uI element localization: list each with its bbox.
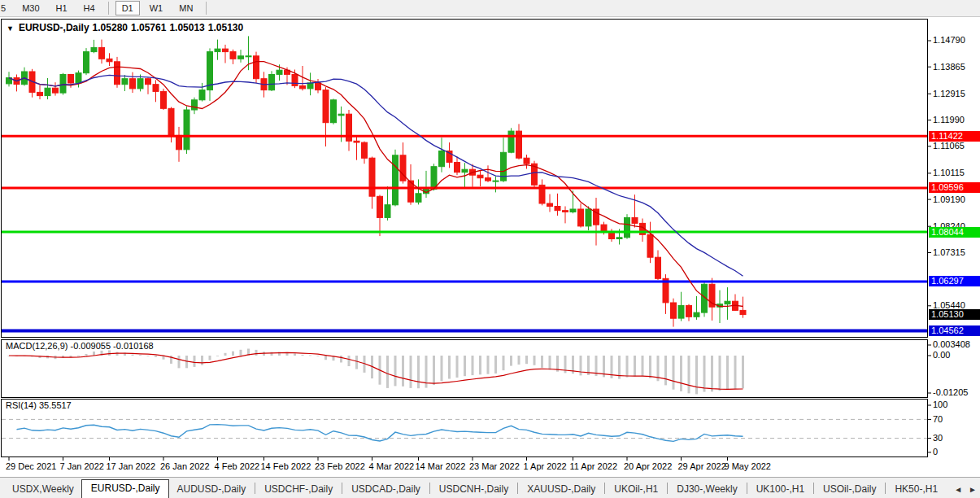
date-axis-label: 23 Mar 2022 [469, 461, 520, 472]
chart-tab-usdx-weekly[interactable]: USDX,Weekly [5, 482, 81, 496]
macd-name: MACD(12,26,9) [6, 341, 68, 351]
chart-high-value: 1.05761 [131, 22, 166, 33]
tab-separator [813, 483, 814, 494]
date-axis-label: 17 Jan 2022 [107, 461, 156, 472]
price-level-badge: 1.06297 [929, 276, 980, 286]
tab-separator [885, 483, 886, 494]
rsi-axis-tick-label: 30 [933, 433, 943, 443]
chart-tab-dj30-weekly[interactable]: DJ30-,Weekly [669, 482, 744, 496]
tab-separator [604, 483, 605, 494]
date-axis-label: 26 Jan 2022 [160, 461, 210, 472]
macd-axis-tick-label: -0.01205 [933, 387, 968, 398]
date-axis-label: 14 Mar 2022 [416, 461, 466, 472]
chart-tab-hk50-h1[interactable]: HK50-,H1 [887, 482, 945, 496]
price-level-badge: 1.11422 [929, 131, 980, 142]
price-level-badge: 1.08044 [929, 227, 980, 238]
rsi-value: 35.5517 [39, 400, 72, 410]
tab-separator [517, 483, 518, 494]
tab-separator [747, 483, 747, 494]
chart-tab-usdcnh-daily[interactable]: USDCNH-,Daily [432, 482, 516, 496]
tab-separator [342, 483, 342, 494]
date-axis-label: 23 Feb 2022 [315, 461, 365, 472]
rsi-axis-tick-label: 70 [933, 414, 943, 425]
rsi-axis-tick-label: 0 [933, 447, 938, 457]
chart-tab-bar: USDX,WeeklyEURUSD-,DailyAUDUSD-,DailyUSD… [0, 477, 980, 498]
rsi-indicator-label: RSI(14) 35.5517 [6, 400, 72, 410]
price-axis-tick-label: 1.09190 [933, 194, 965, 205]
tab-separator [429, 483, 430, 494]
date-axis-label: 29 Dec 2021 [6, 461, 56, 472]
rsi-axis-tick-label: 100 [933, 400, 947, 410]
chart-tab-usoil-daily[interactable]: USOil-,Daily [816, 482, 883, 496]
date-axis-label: 7 Jan 2022 [60, 461, 104, 472]
trading-terminal-window: 5M30H1H4D1W1MN ▼EURUSD-,Daily1.052801.05… [0, 0, 980, 498]
price-level-badge: 1.04562 [929, 325, 980, 336]
price-axis-tick-label: 1.11065 [933, 141, 965, 151]
chart-tab-usdchf-daily[interactable]: USDCHF-,Daily [257, 482, 340, 496]
price-axis-tick-label: 1.07315 [933, 247, 965, 258]
current-price-badge: 1.05130 [929, 309, 980, 320]
tab-scroll-left-button[interactable]: ◄ [954, 485, 962, 494]
chart-tab-eurusd-daily[interactable]: EURUSD-,Daily [81, 479, 170, 498]
price-axis-tick-label: 1.12915 [933, 89, 965, 99]
chart-close-value: 1.05130 [208, 22, 243, 33]
date-axis-label: 20 Apr 2022 [624, 461, 672, 472]
macd-indicator-label: MACD(12,26,9) -0.009055 -0.010168 [6, 341, 154, 351]
macd-axis-tick-label: 0.003408 [933, 339, 970, 350]
price-axis-tick-label: 1.14790 [933, 35, 965, 46]
date-axis-label: 1 Apr 2022 [524, 461, 567, 472]
date-axis-label: 29 Apr 2022 [678, 461, 726, 472]
price-axis-tick-label: 1.11990 [933, 115, 965, 125]
date-axis-label: 14 Feb 2022 [261, 461, 311, 472]
chart-symbol-label: EURUSD-,Daily [19, 22, 89, 33]
symbol-dropdown-icon[interactable]: ▼ [7, 24, 14, 33]
chart-low-value: 1.05013 [169, 22, 204, 33]
price-chart-pane[interactable] [2, 19, 927, 338]
chart-open-value: 1.05280 [93, 22, 128, 33]
price-axis-tick-label: 1.10115 [933, 168, 965, 178]
chart-tab-xauusd-daily[interactable]: XAUUSD-,Daily [520, 482, 603, 496]
tab-separator [255, 483, 255, 494]
price-axis-tick-label: 1.13865 [933, 62, 965, 72]
macd-axis-tick-label: 0.00 [933, 350, 950, 360]
tab-separator [667, 483, 668, 494]
chart-tab-usdcad-daily[interactable]: USDCAD-,Daily [344, 482, 428, 496]
chart-tab-audusd-daily[interactable]: AUDUSD-,Daily [169, 482, 253, 496]
chart-tab-ukoil-h1[interactable]: UKOil-,H1 [607, 482, 665, 496]
price-level-badge: 1.09596 [929, 182, 980, 193]
tab-scroll-buttons: ◄ ► [954, 485, 977, 494]
date-axis-label: 4 Mar 2022 [369, 461, 415, 472]
tab-scroll-right-button[interactable]: ► [969, 485, 977, 494]
date-axis-label: 11 Apr 2022 [570, 461, 618, 472]
date-axis-label: 9 May 2022 [725, 461, 771, 472]
chart-title: ▼EURUSD-,Daily1.052801.057611.050131.051… [7, 22, 246, 33]
chart-tab-uk100-h1[interactable]: UK100-,H1 [749, 482, 812, 496]
rsi-pane[interactable] [2, 399, 927, 457]
rsi-name: RSI(14) [6, 400, 37, 410]
date-axis-label: 4 Feb 2022 [215, 461, 260, 472]
macd-values: -0.009055 -0.010168 [70, 341, 153, 351]
